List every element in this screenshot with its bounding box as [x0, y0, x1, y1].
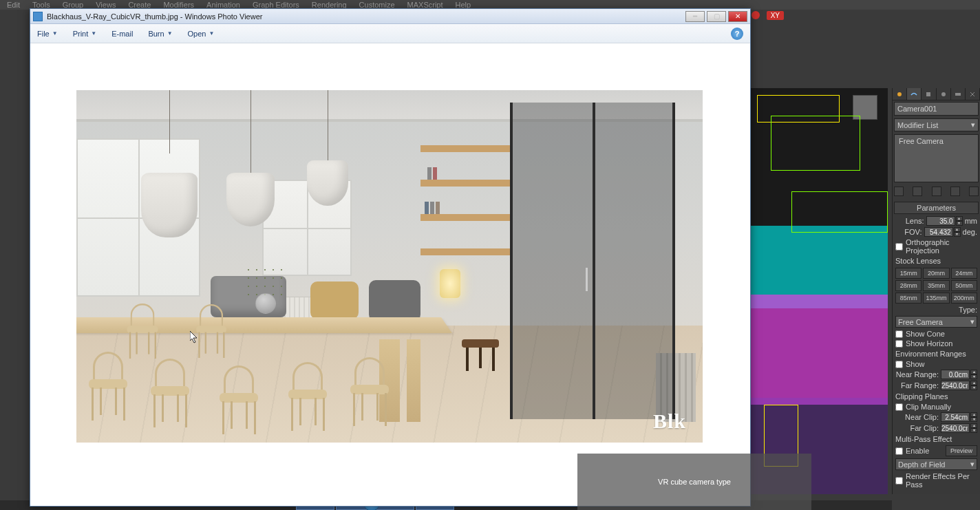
lens-input[interactable]	[926, 216, 955, 226]
lens-unit: mm	[965, 217, 977, 225]
lens-200mm-button[interactable]: 200mm	[951, 293, 977, 304]
modifier-stack[interactable]: Free Camera	[894, 134, 979, 182]
spinner-up-icon[interactable]: ▴	[970, 381, 977, 385]
spinner-down-icon[interactable]: ▾	[970, 374, 977, 379]
env-ranges-label: Environment Ranges	[893, 348, 980, 359]
clip-manually-checkbox[interactable]	[895, 403, 903, 411]
open-menu[interactable]: Open▼	[188, 30, 215, 38]
lens-50mm-button[interactable]: 50mm	[951, 280, 977, 291]
spinner-down-icon[interactable]: ▾	[954, 232, 961, 237]
email-label: E-mail	[111, 30, 133, 38]
photo-viewer-window: Blackhaus_V-Ray_CubicVR_thumb.jpg - Wind…	[30, 8, 751, 507]
spinner-up-icon[interactable]: ▴	[970, 423, 977, 428]
far-clip-input[interactable]	[941, 423, 970, 433]
email-menu[interactable]: E-mail	[111, 30, 133, 38]
burn-menu[interactable]: Burn▼	[148, 30, 172, 38]
object-name-field[interactable]: Camera001	[894, 102, 979, 116]
camera-type-dropdown[interactable]: Free Camera ▾	[895, 316, 977, 328]
far-range-input[interactable]	[941, 381, 970, 390]
titlebar[interactable]: Blackhaus_V-Ray_CubicVR_thumb.jpg - Wind…	[30, 9, 750, 24]
show-horizon-checkbox[interactable]	[895, 340, 903, 348]
chevron-down-icon: ▾	[971, 120, 975, 129]
spinner-down-icon[interactable]: ▾	[970, 385, 977, 390]
close-button[interactable]: ✕	[728, 11, 747, 22]
preview-button[interactable]: Preview	[946, 445, 977, 456]
command-panel-tabs	[893, 88, 980, 100]
file-menu[interactable]: File▼	[37, 30, 58, 38]
xy-constraint-badge[interactable]: XY	[767, 11, 784, 20]
spinner-up-icon[interactable]: ▴	[956, 216, 963, 221]
burn-label: Burn	[148, 30, 164, 38]
spinner-up-icon[interactable]: ▴	[954, 227, 961, 232]
spinner-up-icon[interactable]: ▴	[970, 370, 977, 374]
fov-input[interactable]	[924, 227, 953, 237]
lens-spinner[interactable]: ▴▾	[926, 216, 963, 226]
chevron-down-icon: ▼	[209, 30, 214, 36]
lens-85mm-button[interactable]: 85mm	[895, 293, 922, 304]
lens-20mm-button[interactable]: 20mm	[923, 268, 949, 279]
motion-tab[interactable]	[937, 88, 951, 100]
lens-28mm-button[interactable]: 28mm	[895, 280, 922, 291]
show-cone-checkbox[interactable]	[895, 330, 903, 338]
spinner-down-icon[interactable]: ▾	[970, 417, 977, 422]
stack-item-free-camera[interactable]: Free Camera	[899, 137, 974, 145]
near-range-input[interactable]	[941, 370, 970, 379]
mouse-cursor-icon	[190, 331, 198, 343]
help-button[interactable]: ?	[731, 28, 743, 40]
lens-24mm-button[interactable]: 24mm	[951, 268, 977, 279]
image-canvas[interactable]: Blk	[30, 43, 750, 506]
minimize-button[interactable]: ━	[685, 11, 705, 22]
far-clip-spinner[interactable]: ▴▾	[941, 423, 977, 433]
fov-spinner[interactable]: ▴▾	[924, 227, 961, 237]
near-range-label: Near Range:	[895, 370, 939, 379]
far-range-label: Far Range:	[895, 381, 939, 390]
print-menu[interactable]: Print▼	[73, 30, 97, 38]
create-tab[interactable]	[893, 88, 907, 100]
svg-point-0	[897, 92, 902, 96]
modify-tab[interactable]	[907, 88, 922, 100]
render-effects-checkbox[interactable]	[895, 477, 903, 485]
watermark: Blk	[653, 410, 686, 433]
lens-label: Lens:	[895, 217, 924, 225]
show-label: Show	[906, 360, 925, 368]
utilities-tab[interactable]	[966, 88, 980, 100]
show-result-button[interactable]	[913, 187, 922, 196]
configure-sets-button[interactable]	[969, 187, 979, 196]
svg-rect-1	[926, 92, 930, 96]
menu-edit[interactable]: Edit	[7, 1, 20, 9]
lens-35mm-button[interactable]: 35mm	[923, 280, 949, 291]
pin-stack-button[interactable]	[894, 187, 904, 196]
svg-rect-3	[955, 93, 961, 96]
spinner-up-icon[interactable]: ▴	[970, 412, 977, 417]
show-horizon-label: Show Horizon	[906, 339, 952, 348]
near-range-spinner[interactable]: ▴▾	[941, 370, 977, 379]
enable-checkbox[interactable]	[895, 447, 903, 455]
clip-manually-label: Clip Manually	[906, 403, 951, 411]
display-tab[interactable]	[951, 88, 966, 100]
maximize-button[interactable]: ▢	[707, 11, 726, 22]
chevron-down-icon: ▾	[970, 460, 974, 469]
near-clip-input[interactable]	[941, 412, 970, 422]
rollout-parameters[interactable]: Parameters	[894, 202, 979, 214]
clipping-label: Clipping Planes	[893, 391, 980, 402]
spinner-down-icon[interactable]: ▾	[970, 428, 977, 433]
caption-overlay: VR cube camera type	[577, 454, 811, 510]
open-label: Open	[188, 30, 206, 38]
hierarchy-tab[interactable]	[922, 88, 936, 100]
command-panel: Camera001 Modifier List ▾ Free Camera Pa…	[892, 88, 980, 494]
effect-dropdown[interactable]: Depth of Field ▾	[895, 458, 977, 470]
far-range-spinner[interactable]: ▴▾	[941, 381, 977, 390]
bulb-icon	[752, 11, 760, 19]
make-unique-button[interactable]	[932, 187, 941, 196]
spinner-down-icon[interactable]: ▾	[956, 221, 963, 226]
modifier-list-dropdown[interactable]: Modifier List ▾	[894, 118, 979, 131]
show-checkbox[interactable]	[895, 361, 903, 368]
perspective-viewport[interactable]	[750, 88, 888, 494]
near-clip-spinner[interactable]: ▴▾	[941, 412, 977, 422]
lens-15mm-button[interactable]: 15mm	[895, 268, 922, 279]
stack-buttons	[894, 187, 979, 196]
ortho-checkbox[interactable]	[895, 243, 903, 251]
lens-135mm-button[interactable]: 135mm	[923, 293, 949, 304]
camera-type-value: Free Camera	[898, 318, 943, 326]
remove-modifier-button[interactable]	[950, 187, 960, 196]
